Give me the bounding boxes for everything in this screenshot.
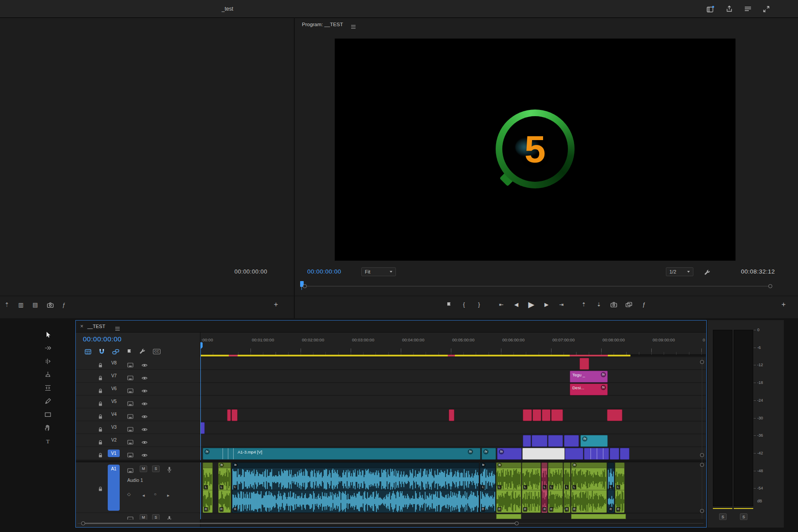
track-name[interactable]: V4 xyxy=(108,412,120,417)
type-tool[interactable]: T xyxy=(44,437,52,445)
lock-icon[interactable] xyxy=(98,438,103,446)
overwrite-icon[interactable]: ▤ xyxy=(32,302,38,308)
program-panel-title[interactable]: Program: __TEST xyxy=(302,22,343,27)
timeline-clip[interactable] xyxy=(610,448,619,460)
audio-clip[interactable]: LR xyxy=(615,462,625,513)
solo-button[interactable]: S xyxy=(152,466,160,472)
track-name[interactable]: V7 xyxy=(108,373,120,378)
track-name[interactable]: V2 xyxy=(108,438,120,442)
timeline-clip[interactable] xyxy=(227,409,231,421)
audio-clip[interactable]: fxLR xyxy=(218,462,231,513)
mute-button[interactable]: M xyxy=(140,514,147,520)
workspace-icon[interactable] xyxy=(707,6,714,12)
next-keyframe-icon[interactable]: ▶ xyxy=(167,493,169,498)
audio-clip[interactable]: fxLR xyxy=(571,462,607,513)
export-frame-button[interactable] xyxy=(610,302,618,308)
timeline-clip[interactable] xyxy=(231,409,238,421)
mark-out-button[interactable]: } xyxy=(475,302,484,307)
add-marker-button[interactable] xyxy=(445,301,454,307)
track-name[interactable]: V3 xyxy=(108,425,120,430)
fit-dropdown[interactable]: Fit xyxy=(361,267,396,276)
timeline-clip[interactable] xyxy=(548,435,563,447)
sync-lock-icon[interactable] xyxy=(127,387,133,395)
maximize-icon[interactable] xyxy=(763,6,770,12)
add-button[interactable]: + xyxy=(274,301,278,308)
linked-selection-icon[interactable] xyxy=(112,349,119,355)
track-target-badge[interactable]: V1 xyxy=(108,450,120,457)
track-name[interactable]: V6 xyxy=(108,386,120,391)
audio-clip[interactable]: fxLR xyxy=(480,462,496,513)
lock-icon[interactable] xyxy=(98,425,103,433)
step-back-button[interactable]: ◀ xyxy=(512,302,521,307)
timeline-clip[interactable]: fxTegu _ xyxy=(570,371,608,383)
slip-tool[interactable] xyxy=(44,384,52,392)
settings-wrench-icon[interactable] xyxy=(704,268,710,276)
sync-lock-icon[interactable] xyxy=(127,425,133,433)
track-output-icon[interactable] xyxy=(141,425,148,433)
timeline-clip[interactable]: fx xyxy=(580,435,608,447)
sync-lock-icon[interactable] xyxy=(127,438,133,446)
scrollbar-handle[interactable] xyxy=(700,463,704,467)
captions-icon[interactable]: CC xyxy=(153,349,160,354)
extract-button[interactable]: ⇣ xyxy=(595,302,603,307)
sync-lock-icon[interactable] xyxy=(127,361,133,369)
sync-lock-icon[interactable] xyxy=(127,412,133,420)
lift-button[interactable]: ⇡ xyxy=(579,302,588,307)
track-output-icon[interactable] xyxy=(141,451,148,459)
lock-icon[interactable] xyxy=(98,451,103,459)
play-button[interactable]: ▶ xyxy=(527,301,536,309)
track-output-icon[interactable] xyxy=(141,374,148,382)
timeline-clip[interactable] xyxy=(522,448,565,460)
go-to-out-button[interactable]: ⇥ xyxy=(557,302,566,307)
audio-clip[interactable] xyxy=(571,514,626,519)
add-button[interactable]: + xyxy=(782,301,786,308)
panel-menu-icon[interactable] xyxy=(351,23,356,31)
playback-resolution-dropdown[interactable]: 1/2 xyxy=(666,267,693,276)
audio-clip[interactable]: LR xyxy=(563,462,571,513)
track-divider[interactable] xyxy=(76,460,706,462)
lock-icon[interactable] xyxy=(98,399,103,407)
track-name[interactable]: V5 xyxy=(108,399,120,404)
ripple-edit-tool[interactable] xyxy=(44,357,52,365)
rectangle-tool[interactable] xyxy=(44,411,52,419)
timeline-clip[interactable]: fx xyxy=(497,448,522,460)
track-output-icon[interactable] xyxy=(141,387,148,395)
lock-icon[interactable] xyxy=(98,361,103,369)
timeline-clip[interactable] xyxy=(542,409,551,421)
mute-button[interactable]: M xyxy=(140,466,147,472)
timeline-clip[interactable]: fxfxA1-3.mp4 [V] xyxy=(203,448,481,460)
track-name[interactable]: V8 xyxy=(108,360,120,365)
zoom-handle-left[interactable] xyxy=(303,284,307,288)
program-scrubber[interactable] xyxy=(295,281,798,292)
playhead-head[interactable] xyxy=(200,342,203,347)
export-icon[interactable] xyxy=(726,5,733,12)
timeline-clip[interactable] xyxy=(523,409,532,421)
audio-clip[interactable]: LR xyxy=(522,462,541,513)
audio-clip[interactable]: LR xyxy=(541,462,548,513)
timeline-clip[interactable] xyxy=(584,448,609,460)
close-icon[interactable]: × xyxy=(80,323,83,329)
export-frame-icon[interactable] xyxy=(47,301,54,308)
panel-tab-title[interactable]: _test xyxy=(222,0,233,18)
scrollbar-handle[interactable] xyxy=(700,360,704,364)
timeline-clip[interactable] xyxy=(565,448,583,460)
track-output-icon[interactable] xyxy=(141,412,148,420)
sync-lock-icon[interactable] xyxy=(127,374,133,382)
timeline-clip[interactable]: fxDesi... xyxy=(570,383,608,395)
go-to-in-button[interactable]: ⇤ xyxy=(497,302,506,307)
scrollbar-handle[interactable] xyxy=(515,521,519,525)
hand-tool[interactable] xyxy=(44,424,52,432)
add-keyframe-icon[interactable]: ○ xyxy=(154,492,156,497)
timeline-clip[interactable] xyxy=(532,409,541,421)
snap-icon[interactable] xyxy=(99,348,105,355)
scrollbar-handle[interactable] xyxy=(700,509,704,513)
scrollbar-handle[interactable] xyxy=(81,521,85,525)
lift-icon[interactable]: ⇡ xyxy=(4,302,9,308)
global-fx-mute-button[interactable]: ƒ xyxy=(640,302,649,307)
prev-keyframe-icon[interactable]: ◀ xyxy=(142,493,145,498)
voiceover-record-icon[interactable] xyxy=(167,514,172,520)
panel-menu-icon[interactable] xyxy=(115,325,120,332)
timeline-clip[interactable] xyxy=(523,435,531,447)
global-fx-mute-icon[interactable]: ƒ xyxy=(63,302,66,308)
track-output-icon[interactable] xyxy=(141,438,148,446)
